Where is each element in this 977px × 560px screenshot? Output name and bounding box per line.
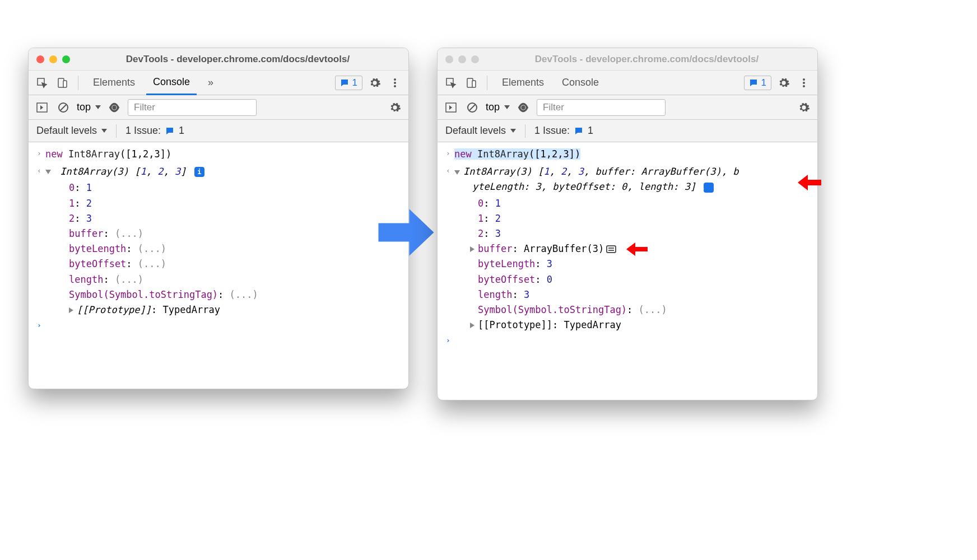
minimize-icon[interactable]	[458, 55, 466, 63]
inspect-icon[interactable]	[443, 75, 459, 91]
memory-icon[interactable]	[606, 245, 616, 253]
svg-rect-2	[63, 81, 67, 87]
sidebar-toggle-icon[interactable]	[34, 100, 50, 115]
console-toolbar: top Filter	[29, 95, 408, 120]
svg-point-12	[803, 78, 805, 81]
annotation-arrow-icon	[626, 242, 648, 256]
context-selector[interactable]: top	[486, 101, 510, 113]
svg-point-4	[394, 82, 396, 84]
messages-badge[interactable]: 1	[744, 76, 771, 90]
console-toolbar-2: Default levels 1 Issue: 1	[438, 120, 817, 142]
issues-link[interactable]: 1 Issue: 1	[534, 125, 593, 137]
prop-row: 2: 3	[478, 226, 813, 241]
svg-point-5	[394, 85, 396, 87]
clear-icon[interactable]	[55, 100, 71, 115]
expand-icon[interactable]	[470, 323, 474, 328]
sidebar-toggle-icon[interactable]	[443, 100, 459, 115]
filter-input[interactable]: Filter	[537, 99, 666, 116]
console-input-row: › new Int8Array([1,2,3])	[33, 146, 404, 163]
filter-input[interactable]: Filter	[128, 99, 257, 116]
expand-icon[interactable]	[69, 307, 73, 313]
tab-elements[interactable]: Elements	[86, 71, 142, 95]
messages-badge[interactable]: 1	[335, 76, 362, 90]
prop-row[interactable]: Symbol(Symbol.toStringTag): (...)	[478, 302, 813, 318]
svg-rect-11	[472, 81, 476, 87]
tab-console[interactable]: Console	[555, 71, 606, 95]
minimize-icon[interactable]	[49, 55, 57, 63]
svg-point-14	[803, 85, 805, 87]
issues-link[interactable]: 1 Issue: 1	[125, 125, 184, 137]
clear-icon[interactable]	[464, 100, 480, 115]
tab-elements[interactable]: Elements	[495, 71, 551, 95]
inspect-icon[interactable]	[34, 75, 50, 91]
live-expression-icon[interactable]	[106, 100, 122, 115]
devtools-window-before: DevTools - developer.chrome.com/docs/dev…	[28, 48, 409, 389]
svg-point-8	[112, 105, 116, 109]
levels-selector[interactable]: Default levels	[445, 125, 516, 137]
console-settings-icon[interactable]	[796, 100, 812, 115]
expand-icon[interactable]	[470, 246, 474, 252]
prop-row[interactable]: Symbol(Symbol.toStringTag): (...)	[69, 287, 404, 302]
console-input-row: › new Int8Array([1,2,3])	[442, 146, 813, 163]
prop-row: byteOffset: 0	[478, 272, 813, 287]
kebab-icon[interactable]	[796, 75, 812, 91]
prop-row[interactable]: buffer: ArrayBuffer(3)	[470, 241, 813, 256]
prop-row: 0: 1	[69, 180, 404, 195]
console-result-row[interactable]: ‹ Int8Array(3) [1, 2, 3] i	[33, 163, 404, 180]
svg-point-3	[394, 78, 396, 81]
tab-more[interactable]: »	[201, 71, 220, 95]
prop-row[interactable]: [[Prototype]]: TypedArray	[69, 302, 404, 318]
prop-row[interactable]: byteLength: (...)	[69, 241, 404, 256]
live-expression-icon[interactable]	[515, 100, 531, 115]
window-title: DevTools - developer.chrome.com/docs/dev…	[75, 54, 401, 65]
prop-row: length: 3	[478, 287, 813, 302]
svg-point-17	[521, 105, 525, 109]
context-selector[interactable]: top	[77, 101, 101, 113]
zoom-icon[interactable]	[471, 55, 479, 63]
annotation-arrow-icon	[798, 175, 821, 190]
console-output: › new Int8Array([1,2,3]) ‹ Int8Array(3) …	[438, 142, 817, 351]
svg-point-13	[803, 82, 805, 84]
tab-console[interactable]: Console	[146, 71, 197, 95]
console-toolbar-2: Default levels 1 Issue: 1	[29, 120, 408, 142]
expand-toggle-icon[interactable]	[45, 170, 51, 174]
close-icon[interactable]	[445, 55, 453, 63]
console-toolbar: top Filter	[438, 95, 817, 120]
prop-row[interactable]: [[Prototype]]: TypedArray	[470, 318, 813, 333]
titlebar: DevTools - developer.chrome.com/docs/dev…	[29, 48, 408, 71]
levels-selector[interactable]: Default levels	[36, 125, 107, 137]
devtools-window-after: DevTools - developer.chrome.com/docs/dev…	[437, 48, 818, 400]
comparison-arrow-icon	[375, 202, 437, 263]
console-result-row[interactable]: ‹ Int8Array(3) [1, 2, 3, buffer: ArrayBu…	[442, 163, 813, 195]
prop-row: byteLength: 3	[478, 256, 813, 272]
prop-row[interactable]: length: (...)	[69, 272, 404, 287]
kebab-icon[interactable]	[387, 75, 403, 91]
window-title: DevTools - developer.chrome.com/docs/dev…	[484, 54, 809, 65]
prop-row[interactable]: buffer: (...)	[69, 226, 404, 241]
gear-icon[interactable]	[776, 75, 792, 91]
console-settings-icon[interactable]	[387, 100, 403, 115]
info-icon[interactable]: i	[704, 183, 714, 193]
device-icon[interactable]	[54, 75, 70, 91]
console-prompt[interactable]: ›	[442, 333, 813, 348]
prop-row: 0: 1	[478, 196, 813, 211]
tab-strip: Elements Console 1	[438, 71, 817, 95]
zoom-icon[interactable]	[62, 55, 70, 63]
prop-row: 1: 2	[478, 211, 813, 226]
prop-row[interactable]: byteOffset: (...)	[69, 256, 404, 272]
prop-row: 1: 2	[69, 196, 404, 211]
info-icon[interactable]: i	[194, 167, 204, 177]
prop-row: 2: 3	[69, 211, 404, 226]
gear-icon[interactable]	[367, 75, 383, 91]
titlebar: DevTools - developer.chrome.com/docs/dev…	[438, 48, 817, 71]
tab-strip: Elements Console » 1	[29, 71, 408, 95]
console-prompt[interactable]: ›	[33, 318, 404, 333]
close-icon[interactable]	[36, 55, 44, 63]
device-icon[interactable]	[463, 75, 479, 91]
expand-toggle-icon[interactable]	[454, 170, 460, 175]
console-output: › new Int8Array([1,2,3]) ‹ Int8Array(3) …	[29, 142, 408, 336]
